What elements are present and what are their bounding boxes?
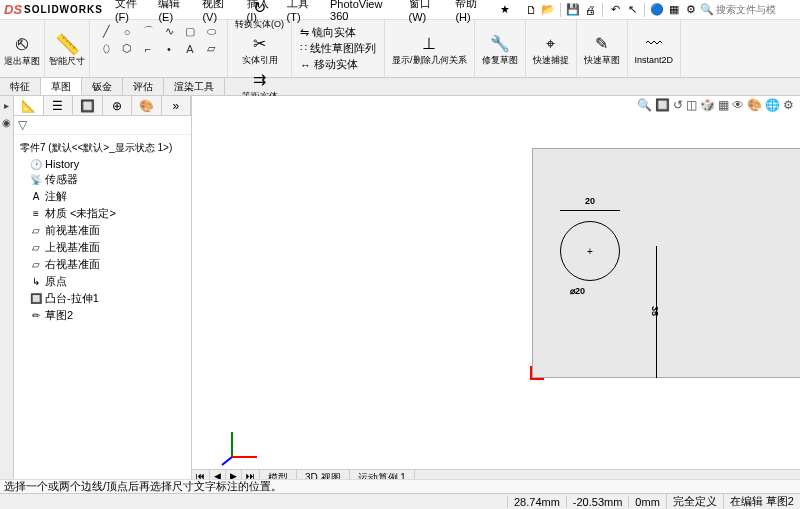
tab-feature[interactable]: 特征: [0, 78, 41, 95]
tree-item-history[interactable]: 🕑History: [30, 157, 189, 171]
display-relations-button[interactable]: ⊥显示/删除几何关系: [389, 31, 470, 67]
flyout-icon[interactable]: ▸: [4, 100, 9, 111]
separator: [560, 3, 561, 17]
tree-item-label: 前视基准面: [45, 223, 100, 238]
dimension-diameter[interactable]: ⌀20: [570, 286, 585, 296]
dimension-vertical[interactable]: 35: [650, 306, 660, 316]
tab-evaluate[interactable]: 评估: [123, 78, 164, 95]
tree-item-right-plane[interactable]: ▱右视基准面: [30, 256, 189, 273]
polygon-tool[interactable]: ⬡: [117, 41, 137, 57]
fm-tab-tree[interactable]: 📐: [14, 96, 44, 115]
sketch-circle[interactable]: [560, 221, 620, 281]
scene-icon[interactable]: 🌐: [765, 98, 780, 112]
tree-item-front-plane[interactable]: ▱前视基准面: [30, 222, 189, 239]
print-icon[interactable]: 🖨: [583, 3, 597, 17]
smart-dimension-button[interactable]: 📏 智能尺寸: [49, 32, 85, 66]
options-icon[interactable]: ▦: [667, 3, 681, 17]
search-box: 🔍: [700, 3, 796, 16]
tab-render[interactable]: 渲染工具: [164, 78, 225, 95]
prompt-text: 选择一个或两个边线/顶点后再选择尺寸文字标注的位置。: [4, 479, 282, 494]
mirror-entities-button[interactable]: ⇋ 镜向实体: [300, 25, 376, 40]
prev-view-icon[interactable]: ↺: [673, 98, 683, 112]
separator: [602, 3, 603, 17]
circle-tool[interactable]: ○: [117, 24, 137, 40]
new-icon[interactable]: 🗋: [524, 3, 538, 17]
repair-sketch-button[interactable]: 🔧修复草图: [479, 31, 521, 67]
open-icon[interactable]: 📂: [541, 3, 555, 17]
trim-entities-button[interactable]: ✂实体引用: [239, 31, 281, 67]
status-mode: 在编辑 草图2: [723, 494, 800, 509]
zoom-area-icon[interactable]: 🔲: [655, 98, 670, 112]
save-icon[interactable]: 💾: [566, 3, 580, 17]
ribbon-group-instant2d: 〰Instant2D: [628, 20, 682, 77]
display-style-icon[interactable]: ▦: [718, 98, 729, 112]
origin-icon: ↳: [30, 276, 42, 287]
tree-item-sensors[interactable]: 📡传感器: [30, 171, 189, 188]
manager-tabs: 📐 ☰ 🔲 ⊕ 🎨 »: [14, 96, 191, 116]
point-tool[interactable]: •: [159, 41, 179, 57]
select-icon[interactable]: ↖: [625, 3, 639, 17]
plane-tool[interactable]: ▱: [201, 41, 221, 57]
view-orient-icon[interactable]: 🎲: [700, 98, 715, 112]
tree-item-label: 原点: [45, 274, 67, 289]
menu-star[interactable]: ★: [496, 1, 514, 18]
dimension-icon: 📏: [55, 32, 80, 56]
undo-icon[interactable]: ↶: [608, 3, 622, 17]
tree-item-label: 草图2: [45, 308, 73, 323]
relations-icon: ⊥: [422, 33, 436, 55]
view-triad[interactable]: [222, 427, 262, 469]
slot-tool[interactable]: ⬭: [201, 24, 221, 40]
tree-item-label: 材质 <未指定>: [45, 206, 116, 221]
plane-icon: ▱: [30, 225, 42, 236]
quick-snap-button[interactable]: ⌖快速捕捉: [530, 31, 572, 67]
linear-pattern-button[interactable]: ∷ 线性草图阵列: [300, 41, 376, 56]
menu-bar: DS SOLIDWORKS 文件(F) 编辑(E) 视图(V) 插入(I) 工具…: [0, 0, 800, 20]
line-tool[interactable]: ╱: [96, 24, 116, 40]
appearance-icon[interactable]: 🎨: [747, 98, 762, 112]
rebuild-icon[interactable]: 🔵: [650, 3, 664, 17]
rect-tool[interactable]: ▢: [180, 24, 200, 40]
exit-sketch-icon: ⎋: [16, 32, 28, 56]
tree-item-top-plane[interactable]: ▱上视基准面: [30, 239, 189, 256]
rapid-sketch-button[interactable]: ✎快速草图: [581, 31, 623, 67]
zoom-fit-icon[interactable]: 🔍: [637, 98, 652, 112]
tree-item-origin[interactable]: ↳原点: [30, 273, 189, 290]
tab-sketch[interactable]: 草图: [41, 78, 82, 95]
move-label: 移动实体: [314, 57, 358, 72]
status-z: 0mm: [628, 496, 665, 508]
tree-item-extrude1[interactable]: 🔲凸台-拉伸1: [30, 290, 189, 307]
tree-toolbar: ▽: [14, 116, 191, 135]
instant2d-button[interactable]: 〰Instant2D: [632, 31, 677, 67]
search-input[interactable]: [716, 4, 796, 15]
tab-sheetmetal[interactable]: 钣金: [82, 78, 123, 95]
fm-tab-dimxpert[interactable]: ⊕: [103, 96, 133, 115]
filter-icon[interactable]: ▽: [18, 118, 27, 132]
convert-entities-button[interactable]: ↻转换实体(O): [232, 0, 287, 31]
hide-show-icon[interactable]: 👁: [732, 98, 744, 112]
tree-root[interactable]: 零件7 (默认<<默认>_显示状态 1>): [16, 139, 189, 157]
tree-item-material[interactable]: ≡材质 <未指定>: [30, 205, 189, 222]
fm-tab-config[interactable]: 🔲: [73, 96, 103, 115]
fillet-tool[interactable]: ⌐: [138, 41, 158, 57]
fm-tab-display[interactable]: 🎨: [132, 96, 162, 115]
settings-icon[interactable]: ⚙: [684, 3, 698, 17]
graphics-area[interactable]: 🔍 🔲 ↺ ◫ 🎲 ▦ 👁 🎨 🌐 ⚙ 20 ⌀20 35 ⏮ ◀: [192, 96, 800, 485]
text-tool[interactable]: A: [180, 41, 200, 57]
arc-tool[interactable]: ⌒: [138, 24, 158, 40]
ribbon-group-pattern: ⇋ 镜向实体 ∷ 线性草图阵列 ↔ 移动实体: [292, 20, 385, 77]
ribbon-group-snap: ⌖快速捕捉: [526, 20, 577, 77]
section-view-icon[interactable]: ◫: [686, 98, 697, 112]
move-entities-button[interactable]: ↔ 移动实体: [300, 57, 376, 72]
convert-icon: ↻: [253, 0, 266, 19]
svg-line-2: [222, 457, 232, 465]
view-settings-icon[interactable]: ⚙: [783, 98, 794, 112]
exit-sketch-button[interactable]: ⎋ 退出草图: [4, 32, 40, 66]
dimension-horizontal[interactable]: 20: [560, 196, 620, 206]
fm-tab-more[interactable]: »: [162, 96, 192, 115]
tree-item-sketch2[interactable]: ✏草图2: [30, 307, 189, 324]
ellipse-tool[interactable]: ⬯: [96, 41, 116, 57]
tree-item-annotations[interactable]: A注解: [30, 188, 189, 205]
fm-tab-property[interactable]: ☰: [44, 96, 74, 115]
spline-tool[interactable]: ∿: [159, 24, 179, 40]
assembly-icon[interactable]: ◉: [2, 117, 11, 128]
